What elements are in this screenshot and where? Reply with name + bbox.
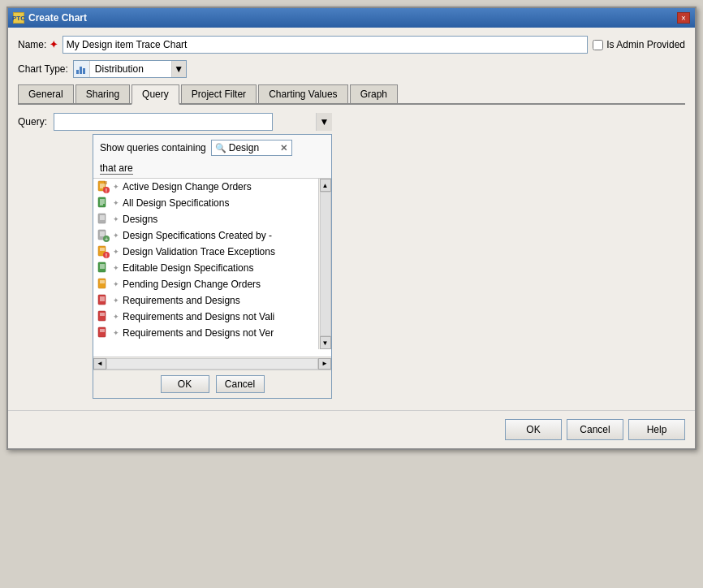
- list-item[interactable]: ✦ Pending Design Change Orders: [93, 276, 331, 292]
- item-star: ✦: [113, 215, 119, 223]
- dropdown-popup: Show queries containing 🔍 ✕ that are: [93, 134, 332, 399]
- vertical-scrollbar[interactable]: ▲ ▼: [318, 179, 331, 349]
- horizontal-scrollbar[interactable]: ◄ ►: [93, 357, 331, 370]
- admin-checkbox[interactable]: [593, 40, 603, 50]
- item-text-7: Requirements and Designs: [123, 295, 240, 306]
- item-star: ✦: [113, 231, 119, 240]
- item-icon-3: +: [97, 229, 110, 242]
- ok-button[interactable]: OK: [505, 419, 562, 440]
- tabs-bar: General Sharing Query Project Filter Cha…: [18, 84, 685, 105]
- that-are-label: that are: [100, 162, 133, 175]
- item-star: ✦: [113, 313, 119, 321]
- dialog-footer: OK Cancel Help: [8, 410, 695, 448]
- tab-project-filter[interactable]: Project Filter: [181, 84, 257, 103]
- item-icon-7: [97, 294, 110, 307]
- that-are-row: that are: [93, 161, 331, 178]
- chart-type-label: Chart Type:: [18, 63, 68, 75]
- list-item[interactable]: ✦ Editable Design Specifications: [93, 260, 331, 276]
- chart-type-arrow[interactable]: ▼: [171, 61, 186, 77]
- svg-text:!: !: [106, 188, 107, 193]
- item-star: ✦: [113, 199, 119, 207]
- show-queries-label: Show queries containing: [100, 142, 206, 153]
- tab-charting-values[interactable]: Charting Values: [258, 84, 348, 103]
- svg-text:!: !: [106, 253, 107, 258]
- help-button[interactable]: Help: [628, 419, 685, 440]
- list-container: ! ✦ Active Design Change Orders: [93, 178, 331, 357]
- item-star: ✦: [113, 248, 119, 256]
- list-item[interactable]: ✦ Designs: [93, 211, 331, 227]
- name-row: Name: ✦ Is Admin Provided: [18, 36, 685, 54]
- required-star: ✦: [50, 39, 58, 50]
- list-item[interactable]: ✦ Requirements and Designs not Ver: [93, 325, 331, 341]
- item-text-0: Active Design Change Orders: [123, 181, 252, 192]
- svg-rect-15: [98, 214, 106, 223]
- search-input[interactable]: [229, 142, 278, 153]
- clear-search-button[interactable]: ✕: [280, 143, 287, 153]
- query-row: Query: ▼ Show queries containing 🔍: [18, 113, 685, 399]
- query-select[interactable]: [54, 113, 273, 131]
- query-label: Query:: [18, 113, 47, 128]
- item-icon-5: [97, 262, 110, 275]
- svg-rect-0: [76, 70, 79, 74]
- dropdown-header: Show queries containing 🔍 ✕: [93, 135, 331, 161]
- dialog-title: Create Chart: [28, 12, 87, 24]
- close-button[interactable]: ×: [677, 12, 690, 24]
- chart-type-value: Distribution: [90, 63, 171, 75]
- item-star: ✦: [113, 183, 119, 191]
- search-box[interactable]: 🔍 ✕: [211, 140, 292, 156]
- query-select-wrapper: ▼: [54, 113, 332, 131]
- item-icon-2: [97, 213, 110, 226]
- list-item[interactable]: ! ✦ Design Validation Trace Exceptions: [93, 244, 331, 260]
- title-bar: PTC Create Chart ×: [8, 8, 695, 28]
- svg-rect-30: [98, 262, 106, 272]
- scroll-track: [320, 192, 331, 336]
- tab-query[interactable]: Query: [132, 84, 179, 105]
- bar-chart-icon: [75, 63, 87, 75]
- tab-graph[interactable]: Graph: [350, 84, 398, 103]
- scroll-left-button[interactable]: ◄: [93, 358, 106, 370]
- dialog-body: Name: ✦ Is Admin Provided Chart Type:: [8, 28, 695, 410]
- create-chart-dialog: PTC Create Chart × Name: ✦ Is Admin Prov…: [6, 6, 697, 450]
- app-icon: PTC: [13, 12, 24, 24]
- chart-type-row: Chart Type: Distribution ▼: [18, 60, 685, 78]
- list-inner: ! ✦ Active Design Change Orders: [93, 179, 331, 349]
- dropdown-cancel-button[interactable]: Cancel: [216, 375, 265, 393]
- admin-checkbox-label[interactable]: Is Admin Provided: [593, 39, 685, 50]
- list-item[interactable]: ✦ All Design Specifications: [93, 195, 331, 211]
- name-label: Name: ✦: [18, 39, 58, 50]
- chart-type-icon: [74, 61, 90, 77]
- svg-rect-37: [98, 295, 106, 305]
- list-item[interactable]: ! ✦ Active Design Change Orders: [93, 179, 331, 195]
- item-icon-1: [97, 197, 110, 210]
- horiz-scroll-track: [106, 358, 318, 370]
- cancel-button[interactable]: Cancel: [567, 419, 623, 440]
- name-input[interactable]: [63, 36, 589, 54]
- svg-rect-2: [83, 68, 85, 74]
- query-select-arrow: ▼: [316, 113, 332, 131]
- item-star: ✦: [113, 264, 119, 272]
- scroll-up-button[interactable]: ▲: [320, 179, 331, 192]
- item-text-4: Design Validation Trace Exceptions: [123, 246, 275, 257]
- tab-sharing[interactable]: Sharing: [75, 84, 130, 103]
- svg-rect-44: [98, 327, 106, 337]
- list-item[interactable]: ✦ Requirements and Designs not Vali: [93, 309, 331, 325]
- svg-rect-10: [98, 197, 106, 207]
- list-item[interactable]: ✦ Requirements and Designs: [93, 292, 331, 309]
- item-icon-6: [97, 278, 110, 291]
- item-star: ✦: [113, 296, 119, 305]
- dropdown-ok-button[interactable]: OK: [161, 375, 209, 393]
- item-icon-9: [97, 326, 110, 339]
- scroll-right-button[interactable]: ►: [318, 358, 331, 370]
- list-item[interactable]: + ✦ Design Specifications Created by -: [93, 227, 331, 244]
- tab-general[interactable]: General: [18, 84, 74, 103]
- svg-rect-34: [98, 279, 106, 288]
- item-text-3: Design Specifications Created by -: [123, 230, 272, 241]
- chart-type-select[interactable]: Distribution ▼: [73, 60, 187, 78]
- scroll-down-button[interactable]: ▼: [320, 336, 331, 349]
- svg-rect-1: [80, 67, 82, 74]
- search-icon: 🔍: [215, 143, 226, 153]
- svg-rect-41: [98, 311, 106, 321]
- item-text-9: Requirements and Designs not Ver: [123, 327, 274, 339]
- item-text-5: Editable Design Specifications: [123, 262, 253, 274]
- item-text-2: Designs: [123, 214, 157, 225]
